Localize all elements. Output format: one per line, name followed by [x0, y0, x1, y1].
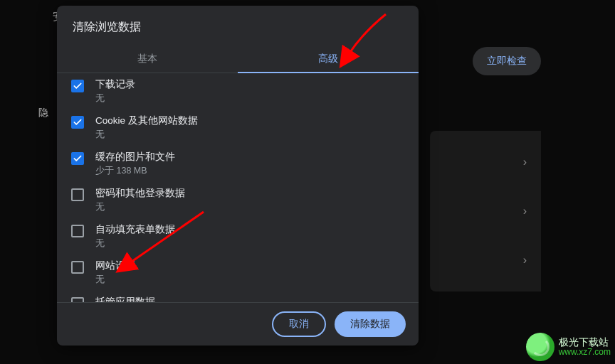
dialog-tabs: 基本 高级 [57, 45, 419, 73]
cancel-button[interactable]: 取消 [272, 311, 326, 337]
option-subtitle: 无 [95, 129, 198, 141]
checkbox[interactable] [71, 225, 84, 237]
option-subtitle: 无 [95, 274, 135, 286]
watermark-url: www.xz7.com [559, 348, 611, 358]
checkbox[interactable] [71, 80, 84, 92]
option-title: Cookie 及其他网站数据 [95, 114, 198, 127]
tab-advanced[interactable]: 高级 [238, 45, 419, 73]
checkbox[interactable] [71, 116, 84, 129]
dialog-footer: 取消 清除数据 [57, 302, 419, 346]
option-subtitle: 无 [95, 201, 185, 213]
option-row[interactable]: 下载记录无 [63, 73, 416, 109]
checkbox[interactable] [71, 261, 84, 274]
option-row[interactable]: 缓存的图片和文件少于 138 MB [63, 146, 416, 182]
option-subtitle: 少于 138 MB [95, 165, 175, 177]
option-row[interactable]: Cookie 及其他网站数据无 [63, 109, 416, 146]
option-row[interactable]: 密码和其他登录数据无 [63, 182, 416, 218]
right-settings-panel: › › › [430, 131, 541, 291]
option-title: 自动填充表单数据 [95, 223, 175, 236]
clear-browsing-data-dialog: 清除浏览数据 基本 高级 下载记录无Cookie 及其他网站数据无缓存的图片和文… [57, 6, 419, 346]
option-title: 托管应用数据 [95, 296, 220, 302]
checkbox[interactable] [71, 188, 84, 201]
option-subtitle: 无 [95, 237, 175, 250]
checkbox[interactable] [71, 297, 84, 302]
check-now-button[interactable]: 立即检查 [473, 47, 541, 75]
chevron-right-icon[interactable]: › [523, 254, 527, 267]
option-subtitle: 无 [95, 92, 135, 105]
option-row[interactable]: 网站设置无 [63, 255, 416, 291]
option-title: 密码和其他登录数据 [95, 187, 185, 200]
checkbox[interactable] [71, 152, 84, 165]
option-title: 缓存的图片和文件 [95, 151, 175, 164]
page-side-label: 隐 [38, 107, 48, 119]
chevron-right-icon[interactable]: › [523, 156, 527, 168]
option-row[interactable]: 托管应用数据1 个应用（Chrome 应用商店） [63, 291, 416, 302]
option-row[interactable]: 自动填充表单数据无 [63, 218, 416, 255]
options-list[interactable]: 下载记录无Cookie 及其他网站数据无缓存的图片和文件少于 138 MB密码和… [57, 73, 419, 302]
option-title: 网站设置 [95, 259, 135, 272]
dialog-title: 清除浏览数据 [57, 6, 419, 45]
chevron-right-icon[interactable]: › [523, 205, 527, 218]
watermark-title: 极光下载站 [559, 336, 611, 348]
tab-basic[interactable]: 基本 [57, 45, 238, 73]
clear-data-button[interactable]: 清除数据 [335, 311, 406, 337]
watermark-logo-icon [526, 333, 554, 361]
option-title: 下载记录 [95, 78, 135, 91]
watermark: 极光下载站 www.xz7.com [526, 333, 611, 361]
